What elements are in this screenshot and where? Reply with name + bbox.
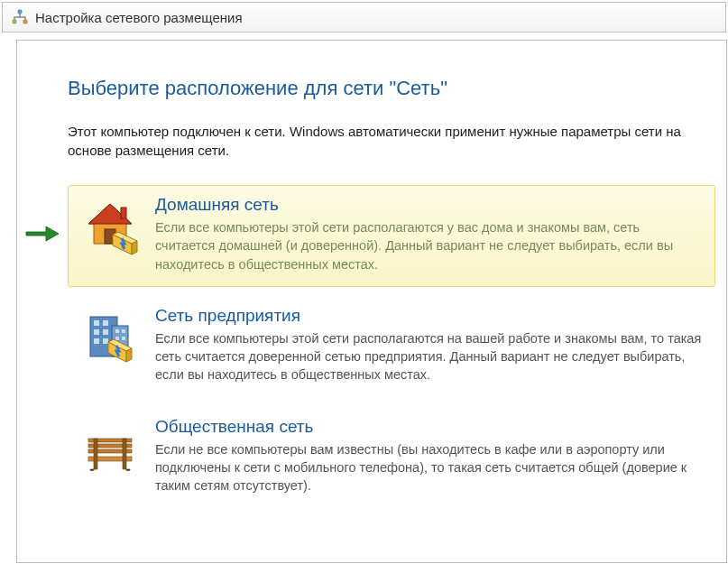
svg-rect-0 xyxy=(18,10,22,14)
svg-rect-8 xyxy=(94,329,99,335)
option-home-desc: Если все компьютеры этой сети располагаю… xyxy=(155,218,702,273)
content-area: Выберите расположение для сети "Сеть" Эт… xyxy=(16,40,727,563)
svg-rect-2 xyxy=(23,20,27,23)
option-work-text: Сеть предприятия Если все компьютеры это… xyxy=(155,306,702,384)
bench-icon xyxy=(81,417,139,495)
svg-rect-7 xyxy=(103,320,108,326)
option-work-title: Сеть предприятия xyxy=(155,306,702,326)
office-icon xyxy=(81,306,139,384)
option-public-desc: Если не все компьютеры вам известны (вы … xyxy=(155,440,702,495)
option-work-desc: Если все компьютеры этой сети располагаю… xyxy=(155,329,702,384)
option-home-network[interactable]: Домашняя сеть Если все компьютеры этой с… xyxy=(68,185,715,287)
option-public-title: Общественная сеть xyxy=(155,417,702,437)
svg-rect-6 xyxy=(94,320,99,326)
svg-rect-22 xyxy=(123,439,126,469)
selection-arrow-icon xyxy=(24,223,60,248)
option-home-title: Домашняя сеть xyxy=(155,195,702,215)
svg-rect-10 xyxy=(94,338,99,344)
svg-rect-21 xyxy=(94,439,97,469)
option-work-network[interactable]: Сеть предприятия Если все компьютеры это… xyxy=(68,296,715,398)
intro-text: Этот компьютер подключен к сети. Windows… xyxy=(68,122,726,160)
svg-rect-14 xyxy=(122,329,125,333)
svg-rect-1 xyxy=(13,20,16,23)
page-heading: Выберите расположение для сети "Сеть" xyxy=(68,77,726,100)
option-public-text: Общественная сеть Если не все компьютеры… xyxy=(155,417,702,495)
network-settings-icon xyxy=(12,9,28,25)
option-public-network[interactable]: Общественная сеть Если не все компьютеры… xyxy=(68,407,715,509)
network-options: Домашняя сеть Если все компьютеры этой с… xyxy=(68,185,726,509)
svg-rect-13 xyxy=(115,329,119,333)
option-home-text: Домашняя сеть Если все компьютеры этой с… xyxy=(155,195,702,273)
svg-rect-9 xyxy=(103,329,108,335)
house-icon xyxy=(81,195,139,273)
svg-rect-16 xyxy=(122,337,125,340)
svg-rect-11 xyxy=(103,338,108,344)
svg-rect-15 xyxy=(115,337,119,340)
window-title: Настройка сетевого размещения xyxy=(35,10,243,25)
svg-rect-3 xyxy=(121,208,126,218)
window-titlebar: Настройка сетевого размещения xyxy=(2,2,726,32)
